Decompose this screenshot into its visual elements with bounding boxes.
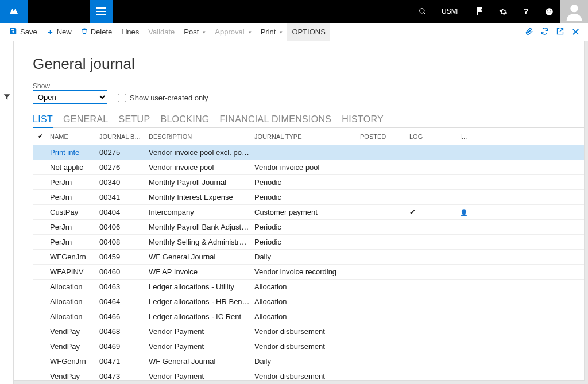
cell-batch: 00463	[97, 282, 146, 291]
table-row[interactable]: WFGenJrn00471WF General JournalDaily	[33, 354, 584, 369]
cell-batch: 00473	[97, 372, 146, 381]
cell-batch: 00469	[97, 342, 146, 351]
cell-batch: 00408	[97, 238, 146, 246]
cell-name: Allocation	[48, 282, 97, 291]
cell-type: Vendor disbursement	[252, 342, 358, 351]
cell-type: Vendor invoice recording	[252, 267, 358, 276]
cell-type: Periodic	[252, 223, 358, 231]
col-log[interactable]: LOG	[407, 133, 458, 140]
lines-button[interactable]: Lines	[117, 23, 144, 41]
settings-icon[interactable]	[492, 0, 514, 23]
options-button[interactable]: OPTIONS	[287, 23, 330, 41]
col-posted[interactable]: POSTED	[358, 133, 407, 140]
cell-type: Vendor disbursement	[252, 327, 358, 336]
tab-list[interactable]: LIST	[33, 112, 53, 128]
user-lock-icon	[460, 208, 468, 216]
table-row[interactable]: VendPay00473Vendor PaymentVendor disburs…	[33, 369, 584, 381]
table-row[interactable]: Allocation00464Ledger allocations - HR B…	[33, 294, 584, 309]
table-row[interactable]: WFGenJrn00459WF General JournalDaily	[33, 250, 584, 265]
brand-logo[interactable]	[0, 0, 28, 23]
delete-button[interactable]: Delete	[76, 23, 117, 41]
col-journal-type[interactable]: JOURNAL TYPE	[252, 133, 358, 140]
table-row[interactable]: WFAPINV00460WF AP InvoiceVendor invoice …	[33, 265, 584, 280]
approval-button: Approval▾	[210, 23, 256, 41]
cell-type: Periodic	[252, 178, 358, 187]
refresh-icon[interactable]	[540, 27, 549, 37]
table-row[interactable]: PerJrn00340Monthly Payroll JournalPeriod…	[33, 175, 584, 190]
validate-label: Validate	[148, 28, 175, 36]
attachment-icon[interactable]	[525, 27, 533, 37]
table-row[interactable]: VendPay00468Vendor PaymentVendor disburs…	[33, 324, 584, 339]
table-row[interactable]: PerJrn00408Monthly Selling & Administrat…	[33, 235, 584, 250]
new-button[interactable]: ＋ New	[42, 23, 76, 41]
cell-type: Allocation	[252, 297, 358, 306]
table-row[interactable]: VendPay00469Vendor PaymentVendor disburs…	[33, 339, 584, 354]
help-icon[interactable]: ?	[514, 0, 537, 23]
cell-name: PerJrn	[48, 238, 97, 246]
svg-point-3	[420, 9, 424, 13]
col-name[interactable]: NAME	[48, 133, 97, 140]
save-button[interactable]: Save	[5, 23, 42, 41]
cell-name: WFGenJrn	[48, 357, 97, 366]
cell-type: Daily	[252, 357, 358, 366]
company-selector[interactable]: USMF	[434, 0, 469, 23]
tab-financial-dimensions[interactable]: FINANCIAL DIMENSIONS	[220, 112, 332, 127]
col-select[interactable]: ✔	[33, 133, 48, 140]
cell-description: Vendor Payment	[146, 342, 252, 351]
cell-description: Monthly Interest Expense	[146, 193, 252, 201]
popout-icon[interactable]	[556, 27, 564, 37]
tab-history[interactable]: HISTORY	[342, 112, 384, 127]
cell-description: Ledger allocations - IC Rent	[146, 312, 252, 321]
face-icon[interactable]	[537, 0, 560, 23]
table-row[interactable]: Print inte00275Vendor invoice pool excl.…	[33, 145, 584, 160]
table-row[interactable]: Allocation00466Ledger allocations - IC R…	[33, 309, 584, 324]
content-pane: General journal Show Open Show user-crea…	[14, 41, 585, 381]
nav-menu-button[interactable]	[90, 0, 113, 23]
cell-type: Vendor disbursement	[252, 372, 358, 381]
cell-name: Allocation	[48, 312, 97, 321]
close-icon[interactable]: ✕	[571, 26, 580, 38]
table-row[interactable]: PerJrn00341Monthly Interest ExpensePerio…	[33, 190, 584, 205]
tab-setup[interactable]: SETUP	[119, 112, 150, 127]
col-inuse[interactable]: I...	[458, 133, 481, 140]
table-row[interactable]: Not applic00276Vendor invoice poolVendor…	[33, 160, 584, 175]
cell-description: Ledger allocations - HR Benefits	[146, 297, 252, 306]
cell-description: Monthly Selling & Administrative I	[146, 238, 252, 246]
tab-general[interactable]: GENERAL	[63, 112, 109, 127]
table-row[interactable]: Allocation00463Ledger allocations - Util…	[33, 280, 584, 294]
trash-icon	[81, 27, 88, 37]
cell-batch: 00404	[97, 208, 146, 216]
svg-point-8	[570, 5, 578, 12]
cell-description: Monthly Payroll Bank Adjustment	[146, 223, 252, 231]
flag-icon[interactable]	[469, 0, 492, 23]
cell-description: WF General Journal	[146, 253, 252, 261]
table-row[interactable]: PerJrn00406Monthly Payroll Bank Adjustme…	[33, 220, 584, 235]
cell-name: CustPay	[48, 208, 97, 216]
svg-point-7	[550, 10, 551, 11]
cell-name: Allocation	[48, 297, 97, 306]
tab-strip: LIST GENERAL SETUP BLOCKING FINANCIAL DI…	[33, 112, 584, 128]
journal-grid: ✔ NAME JOURNAL BAT... DESCRIPTION JOURNA…	[33, 128, 584, 381]
user-created-checkbox[interactable]	[118, 94, 126, 102]
cell-batch: 00468	[97, 327, 146, 336]
print-button[interactable]: Print▾	[256, 23, 288, 41]
cell-description: Vendor invoice pool excl. posting	[146, 148, 252, 157]
col-batch[interactable]: JOURNAL BAT...	[97, 133, 146, 140]
user-avatar[interactable]	[560, 0, 588, 23]
search-button[interactable]	[411, 0, 434, 23]
svg-line-4	[424, 13, 425, 14]
new-label: New	[57, 28, 72, 36]
filter-pane-toggle[interactable]	[0, 41, 14, 384]
grid-header[interactable]: ✔ NAME JOURNAL BAT... DESCRIPTION JOURNA…	[33, 128, 584, 145]
approval-label: Approval	[215, 28, 244, 36]
col-description[interactable]: DESCRIPTION	[146, 133, 252, 140]
user-created-label: Show user-created only	[130, 94, 208, 102]
table-row[interactable]: CustPay00404IntercompanyCustomer payment…	[33, 205, 584, 220]
options-label: OPTIONS	[292, 28, 326, 36]
cell-log: ✔	[407, 208, 458, 216]
show-select[interactable]: Open	[33, 90, 107, 104]
lines-label: Lines	[121, 28, 139, 36]
cell-description: Monthly Payroll Journal	[146, 178, 252, 187]
post-button[interactable]: Post▾	[179, 23, 210, 41]
tab-blocking[interactable]: BLOCKING	[160, 112, 209, 127]
